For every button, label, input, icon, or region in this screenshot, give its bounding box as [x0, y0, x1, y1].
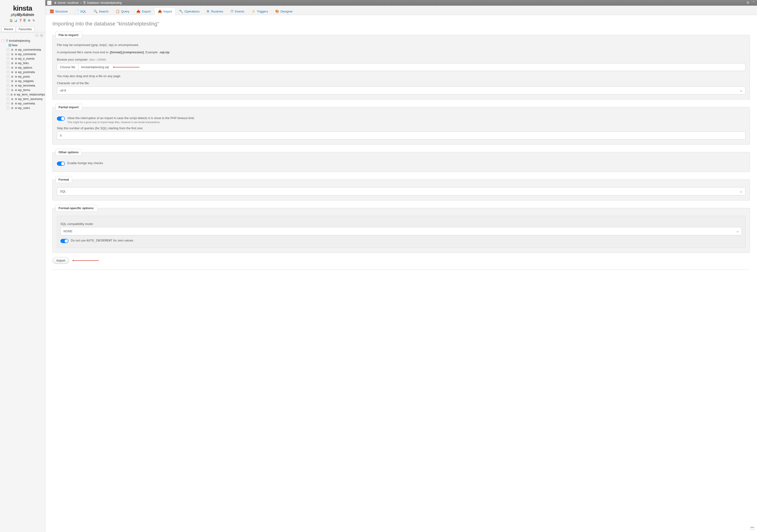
home-icon[interactable]: 🏠 [10, 19, 13, 22]
tab-export[interactable]: 📤Export [133, 7, 154, 15]
tab-triggers[interactable]: ⚡Triggers [248, 7, 271, 15]
columns-icon[interactable]: ▦ [10, 62, 14, 65]
columns-icon[interactable]: ▦ [10, 48, 14, 51]
console-toggle-icon[interactable] [750, 527, 754, 530]
tab-recent[interactable]: Recent [1, 26, 15, 32]
charset-select[interactable]: utf-8 [57, 86, 745, 95]
tree-table[interactable]: +▦▣wp_postmeta [1, 70, 45, 74]
auto-increment-toggle[interactable] [60, 239, 69, 243]
tab-events[interactable]: ⏱Events [227, 7, 248, 15]
docs-icon[interactable]: ❓ [19, 19, 22, 22]
tree-table[interactable]: +▦▣wp_termmeta [1, 83, 45, 88]
tree-expand-icon[interactable]: + [7, 53, 10, 56]
tab-search[interactable]: 🔍Search [90, 7, 112, 15]
collapse-icon[interactable]: ⌃ [752, 1, 755, 5]
columns-icon[interactable]: ▦ [10, 53, 14, 56]
collapse-all-icon[interactable]: − [35, 34, 39, 37]
back-button[interactable]: ← [47, 1, 51, 5]
tree-expand-icon[interactable]: + [7, 71, 10, 73]
link-icon[interactable]: ∞ [40, 34, 43, 37]
reload-icon[interactable]: ↻ [32, 19, 36, 22]
tree-table[interactable]: +▦▣wp_users [1, 106, 45, 110]
tree-table-label: wp_termmeta [18, 84, 35, 87]
breadcrumb-db-value[interactable]: kinstahelptesting [101, 1, 122, 5]
columns-icon[interactable]: ▦ [10, 93, 13, 96]
tab-designer[interactable]: 🎨Designer [272, 7, 296, 15]
tree-table[interactable]: +▦▣wp_links [1, 61, 45, 65]
choose-file-button[interactable]: Choose file [57, 63, 78, 71]
tree-table[interactable]: +▦▣wp_posts [1, 74, 45, 79]
columns-icon[interactable]: ▦ [10, 79, 14, 83]
logout-icon[interactable]: 📊 [14, 19, 17, 22]
tab-routines[interactable]: ⚙Routines [203, 7, 227, 15]
auto-increment-label: Do not use AUTO_INCREMENT for zero value… [71, 238, 133, 242]
tree-expand-icon[interactable]: + [7, 75, 10, 78]
breadcrumb-server-value[interactable]: localhost [68, 1, 78, 5]
tree-expand-icon[interactable]: + [7, 102, 10, 105]
sidebar: kinsta phpMyAdmin 🏠 📊 ❓ 🗄 ⚙ ↻ Recent Fav… [0, 0, 45, 532]
tree-expand-icon[interactable]: + [7, 98, 10, 100]
tree-expand-icon[interactable]: + [7, 80, 10, 83]
tree-expand-icon[interactable]: + [7, 48, 10, 51]
tab-favourites[interactable]: Favourites [16, 26, 34, 32]
tree-expand-icon[interactable]: + [7, 107, 10, 109]
columns-icon[interactable]: ▦ [10, 98, 14, 101]
tree-table[interactable]: +▦▣wp_term_relationships [1, 92, 45, 97]
columns-icon[interactable]: ▦ [10, 57, 14, 60]
import-button[interactable]: Import [52, 257, 69, 264]
tree-expand-icon[interactable]: + [7, 89, 10, 92]
fk-checks-label: Enable foreign key checks [67, 161, 103, 165]
tree-table-label: wp_term_relationships [17, 93, 45, 96]
tree-table[interactable]: +▦▣wp_usermeta [1, 101, 45, 106]
tree-table[interactable]: +▦▣wp_e_events [1, 56, 45, 61]
tree-table-label: wp_options [18, 66, 32, 69]
file-help-1: File may be compressed (gzip, bzip2, zip… [57, 43, 745, 48]
logo-area: kinsta phpMyAdmin 🏠 📊 ❓ 🗄 ⚙ ↻ [0, 0, 45, 24]
tree-table[interactable]: +▦▣wp_terms [1, 88, 45, 92]
tree-expand-icon[interactable]: + [7, 57, 10, 60]
tab-structure[interactable]: 🧱Structure [46, 7, 71, 15]
columns-icon[interactable]: ▦ [10, 75, 14, 78]
tab-sql[interactable]: 📄SQL [71, 7, 90, 15]
tree-table[interactable]: +▦▣wp_snippets [1, 79, 45, 83]
tree-toggle-icon[interactable]: − [1, 40, 4, 42]
fk-checks-toggle[interactable] [57, 161, 65, 166]
tree-table[interactable]: +▦▣wp_options [1, 65, 45, 70]
columns-icon[interactable]: ▦ [10, 84, 14, 87]
settings-icon[interactable]: ⚙ [28, 19, 31, 22]
columns-icon[interactable]: ▦ [10, 66, 14, 69]
import-icon: 📥 [158, 10, 162, 13]
breadcrumb-db-label: Database: [87, 1, 100, 5]
tree-table[interactable]: +▦▣wp_term_taxonomy [1, 97, 45, 101]
allow-interrupt-toggle[interactable] [57, 117, 65, 121]
tab-import[interactable]: 📥Import [154, 7, 175, 15]
tree-expand-icon[interactable]: + [7, 93, 9, 96]
tree-expand-icon[interactable]: + [7, 66, 10, 69]
format-select[interactable]: SQL [57, 187, 745, 195]
tree-expand-icon[interactable]: + [7, 62, 10, 65]
columns-icon[interactable]: ▦ [10, 70, 14, 74]
brand-logo: kinsta [2, 4, 43, 12]
page-title: Importing into the database "kinstahelpt… [52, 21, 750, 27]
columns-icon[interactable]: ▦ [10, 106, 14, 110]
columns-icon[interactable]: ▦ [10, 88, 14, 92]
tree-new[interactable]: 🆕 New [1, 43, 45, 47]
tree-expand-icon[interactable]: + [7, 84, 10, 87]
tab-query[interactable]: 📋Query [112, 7, 133, 15]
tree-table-label: wp_terms [18, 88, 30, 92]
auto-increment-row: Do not use AUTO_INCREMENT for zero value… [60, 238, 742, 243]
sql-icon[interactable]: 🗄 [23, 19, 26, 22]
compat-mode-select[interactable]: NONE [60, 227, 742, 235]
fk-checks-row: Enable foreign key checks [57, 161, 745, 166]
table-icon: ▣ [14, 70, 17, 74]
columns-icon[interactable]: ▦ [10, 102, 14, 105]
tree-db[interactable]: − 🗄 kinstahelptesting [1, 39, 45, 43]
tab-operations[interactable]: 🔧Operations [175, 7, 203, 15]
settings-icon[interactable]: ⚙ [746, 1, 749, 5]
content: Importing into the database "kinstahelpt… [45, 15, 757, 289]
skip-queries-input[interactable] [57, 131, 745, 140]
tree-table-label: wp_term_taxonomy [18, 98, 43, 101]
tree-table[interactable]: +▦▣wp_comments [1, 52, 45, 56]
table-icon: ▣ [14, 98, 17, 101]
tree-table[interactable]: +▦▣wp_commentmeta [1, 47, 45, 52]
